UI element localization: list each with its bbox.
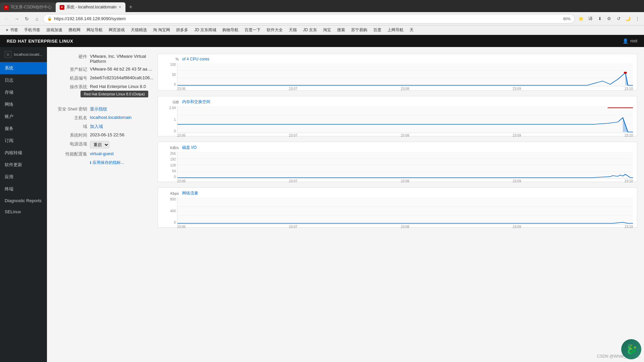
new-tab-button[interactable]: +	[125, 2, 136, 12]
user-menu[interactable]: 👤 root	[623, 38, 637, 44]
info-row-hostname: 主机名 localhost.localdomain	[54, 115, 154, 121]
csdn-favicon: C	[4, 5, 9, 10]
home-button[interactable]: ⌂	[33, 15, 41, 23]
bookmark-search[interactable]: 搜索	[334, 27, 348, 34]
menu-button[interactable]: ⋮	[633, 15, 641, 23]
os-tooltip: Red Hat Enterprise Linux 8.0 (Ootpa)	[80, 91, 148, 97]
memory-chart-header: GiB 内存和交换空间	[162, 99, 633, 105]
translate-button[interactable]: 译	[586, 15, 594, 23]
nightmode-button[interactable]: 🌙	[624, 15, 632, 23]
refresh-btn[interactable]: ↺	[614, 15, 623, 23]
lock-icon: 🔒	[47, 16, 52, 21]
domain-link[interactable]: 加入域	[90, 124, 103, 130]
cpu-y-50: 50	[172, 73, 176, 77]
network-chart: Kbps 网络流量 800 400 0	[158, 187, 637, 228]
bookmark-taobao[interactable]: 淘 淘宝网	[150, 27, 173, 34]
sidebar-item-accounts[interactable]: 账户	[0, 110, 47, 123]
cpu-chart: % of 4 CPU cores 100 50 0	[158, 54, 637, 91]
bookmark-baidu[interactable]: 百度一下	[242, 27, 263, 34]
bookmark-pdd[interactable]: 拼多多	[173, 27, 191, 34]
forward-button[interactable]: →	[13, 15, 21, 23]
memory-plot	[177, 106, 633, 133]
hostname-link[interactable]: localhost.localdomain	[90, 115, 131, 121]
sidebar-item-storage[interactable]: 存储	[0, 86, 47, 98]
tab-csdn[interactable]: C 写文章-CSDN创作中心	[0, 2, 56, 12]
ssh-label: 安全 Shell 密钥	[54, 106, 87, 112]
info-row-domain: 域 加入域	[54, 124, 154, 130]
asset-value: VMware-56 4d b2 26 43 5f aa ...	[90, 66, 154, 73]
metrics-link[interactable]: 应用保存的指标...	[93, 160, 124, 166]
close-tab-icon[interactable]: ✕	[118, 5, 121, 9]
disk-unit: KiB/s	[162, 146, 179, 150]
bookmark-mobile-label: 手机书签	[24, 27, 40, 33]
browser-toolbar: ← → ↻ ⌂ 🔒 80% ⭐ 译 ⬇ ⚙ ↺ 🌙 ⋮	[0, 12, 644, 26]
sidebar-item-system[interactable]: 系统	[0, 62, 47, 74]
bookmark-jd[interactable]: JD 京东商城	[192, 27, 219, 34]
reload-button[interactable]: ↻	[23, 15, 31, 23]
sidebar-item-orders-label: 订阅	[5, 138, 13, 144]
extensions-button[interactable]: ⭐	[577, 15, 585, 23]
bookmark-tmall[interactable]: 天猫精选	[128, 27, 150, 34]
memory-y-axis: 2.94 1 0	[162, 106, 177, 133]
cpu-title: of 4 CPU cores	[182, 57, 209, 61]
machineid-value: 2ebe67c823164af9840cafc106...	[90, 75, 154, 81]
download-button[interactable]: ⬇	[596, 15, 604, 23]
sidebar-item-logs-label: 日志	[5, 77, 13, 83]
bookmark-sky[interactable]: 天	[407, 27, 416, 34]
sidebar-item-kernel[interactable]: 内核转储	[0, 147, 47, 159]
tab-rhel-label: 系统 - localhost.localdomain	[66, 4, 116, 10]
network-y-axis: 800 400 0	[162, 197, 177, 224]
memory-chart-area: 2.94 1 0	[162, 106, 633, 133]
memory-unit: GiB	[162, 100, 179, 104]
sidebar-item-diagnostic[interactable]: Diagnostic Reports	[0, 195, 47, 206]
back-button[interactable]: ←	[3, 15, 11, 23]
bookmark-taobao2[interactable]: 淘宝	[320, 27, 334, 34]
cpu-plot	[177, 63, 633, 86]
sidebar-item-orders[interactable]: 订阅	[0, 135, 47, 147]
bookmark-jd2[interactable]: JD 京东	[300, 27, 320, 34]
disk-y-axis: 256 192 128 64 0	[162, 152, 177, 179]
bookmark-search-label: 搜索	[337, 27, 345, 33]
network-chart-area: 800 400 0	[162, 197, 633, 224]
bookmark-nav[interactable]: 网址导航	[84, 27, 105, 34]
sidebar-item-apps[interactable]: 应用	[0, 171, 47, 183]
ssh-link[interactable]: 显示指纹	[90, 106, 107, 112]
network-x-2309: 23:09	[513, 225, 521, 229]
bookmark-baidu-label: 百度一下	[245, 27, 261, 33]
bookmark-game[interactable]: 游戏加速	[44, 27, 65, 34]
bookmark-internet-label: 上网导航	[387, 27, 404, 33]
bookmark-tianmao-label: 天猫	[289, 27, 297, 33]
settings-button[interactable]: ⚙	[605, 15, 613, 23]
address-input[interactable]	[54, 16, 561, 21]
power-select[interactable]: 重启	[90, 141, 109, 148]
bookmark-game-label: 游戏加速	[46, 27, 62, 33]
memory-y-1: 1	[174, 118, 176, 122]
sidebar-navigation: 系统 日志 存储 网络 账户 服务 订阅	[0, 62, 47, 362]
bookmark-tianmao[interactable]: 天猫	[286, 27, 300, 34]
bookmark-suning[interactable]: 苏宁易购	[348, 27, 370, 34]
sidebar-item-network[interactable]: 网络	[0, 98, 47, 110]
user-avatar-icon: 👤	[623, 38, 628, 44]
memory-x-2309: 23:09	[513, 134, 521, 137]
sidebar-item-selinux[interactable]: SELinux	[0, 206, 47, 217]
tab-rhel[interactable]: R 系统 - localhost.localdomain ✕	[56, 2, 125, 12]
bookmark-shopping[interactable]: 购物导航	[220, 27, 241, 34]
bookmark-xiecheng[interactable]: 携程网	[66, 27, 83, 34]
hardware-value: VMware, Inc. VMware VirtualPlatform	[90, 54, 154, 64]
disk-y-0: 0	[174, 175, 176, 179]
bookmark-webgame-label: 网页游戏	[109, 27, 125, 33]
bookmark-internet[interactable]: 上网导航	[385, 27, 406, 34]
bookmark-software[interactable]: 软件大全	[264, 27, 285, 34]
bookmarks-bar: ★ 书签 手机书签 游戏加速 携程网 网址导航 网页游戏 天猫精选 淘 淘宝网 …	[0, 26, 644, 35]
network-y-400: 400	[170, 209, 176, 213]
bookmark-mobile[interactable]: 手机书签	[21, 27, 43, 34]
bookmark-webgame[interactable]: 网页游戏	[106, 27, 127, 34]
bookmark-shujian[interactable]: ★ 书签	[3, 27, 21, 34]
perf-link[interactable]: virtual-guest	[90, 151, 114, 157]
sidebar-item-updates[interactable]: 软件更新	[0, 159, 47, 171]
sidebar-item-services[interactable]: 服务	[0, 123, 47, 135]
sidebar-item-terminal[interactable]: 终端	[0, 183, 47, 195]
svg-point-2	[624, 72, 627, 74]
sidebar-item-logs[interactable]: 日志	[0, 74, 47, 86]
bookmark-baidu2[interactable]: 百度	[371, 27, 384, 34]
